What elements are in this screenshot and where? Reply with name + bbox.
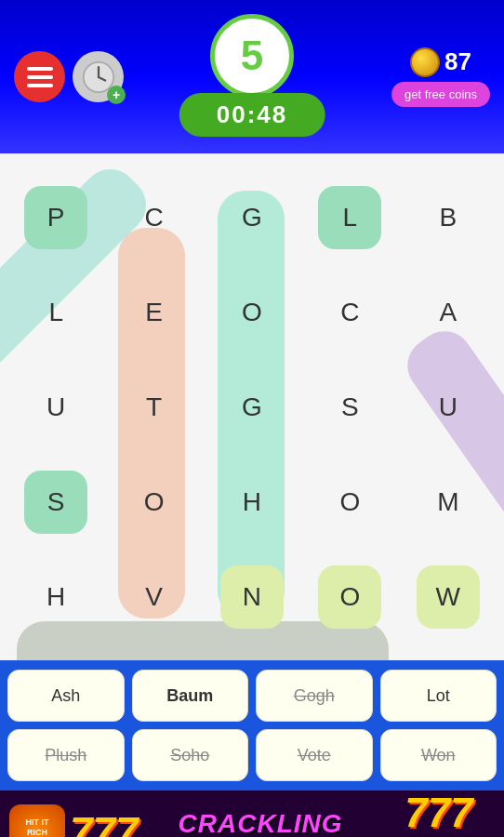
cell-u3b[interactable]: U xyxy=(402,362,495,452)
coins-value: 87 xyxy=(444,47,471,76)
cell-letter: L xyxy=(318,186,381,249)
word-label: Soho xyxy=(170,746,209,765)
get-coins-button[interactable]: get free coins xyxy=(391,82,490,107)
cell-letter: G xyxy=(220,376,284,439)
letter-grid: P C G L B L E O C A U xyxy=(0,153,504,660)
cell-o5[interactable]: O xyxy=(303,551,396,642)
cell-letter: T xyxy=(123,376,186,439)
cell-h4[interactable]: H xyxy=(206,457,298,547)
cell-letter: O xyxy=(123,471,186,534)
cell-h5[interactable]: H xyxy=(9,551,102,642)
cell-letter: H xyxy=(220,471,284,534)
header-left: + xyxy=(14,51,124,102)
cell-letter: W xyxy=(417,565,480,629)
add-time-button[interactable]: + xyxy=(73,51,124,102)
cell-v5[interactable]: V xyxy=(107,551,200,642)
level-number: 5 xyxy=(241,33,263,79)
cell-t3[interactable]: T xyxy=(107,362,200,452)
cell-letter: S xyxy=(24,471,87,534)
cell-m4[interactable]: M xyxy=(402,457,495,547)
ad-title: CRACKLING xyxy=(179,809,343,837)
coins-count: 87 xyxy=(410,47,471,77)
word-label: Won xyxy=(421,746,456,765)
cell-letter: O xyxy=(220,281,284,344)
cell-letter: M xyxy=(417,471,480,534)
menu-line xyxy=(27,84,53,87)
word-baum[interactable]: Baum xyxy=(132,670,249,722)
word-label: Ash xyxy=(51,686,80,706)
cell-o4[interactable]: O xyxy=(107,457,200,547)
word-label: Lot xyxy=(427,686,450,706)
timer-display: 00:48 xyxy=(179,93,325,137)
word-label: Gogh xyxy=(294,686,335,706)
cell-p1[interactable]: P xyxy=(9,172,102,262)
ad-left: HIT ITRICHSLOTS 777 xyxy=(9,804,138,837)
cell-letter: C xyxy=(123,186,186,249)
cell-o2[interactable]: O xyxy=(206,267,298,357)
cell-e2[interactable]: E xyxy=(107,267,200,357)
ad-middle: CRACKLING SEVENS xyxy=(179,809,343,837)
game-area: P C G L B L E O C A U xyxy=(0,153,504,660)
cell-g1[interactable]: G xyxy=(206,172,298,262)
word-label: Baum xyxy=(166,686,213,706)
cell-letter: S xyxy=(318,376,381,439)
cell-l2[interactable]: L xyxy=(9,267,102,357)
cell-letter: A xyxy=(417,281,480,344)
cell-letter: P xyxy=(24,186,87,249)
menu-button[interactable] xyxy=(14,51,65,102)
cell-letter: N xyxy=(220,565,284,629)
menu-line xyxy=(27,67,53,71)
cell-letter: G xyxy=(220,186,284,249)
ad-seven-left: 777 xyxy=(70,809,138,837)
cell-letter: H xyxy=(24,565,87,629)
word-ash[interactable]: Ash xyxy=(7,670,125,722)
cell-w5[interactable]: W xyxy=(402,551,495,642)
ad-seven-right: 777 xyxy=(405,790,472,836)
word-label: Vote xyxy=(298,746,331,765)
cell-letter: V xyxy=(123,565,186,629)
ad-banner[interactable]: HIT ITRICHSLOTS 777 CRACKLING SEVENS 777… xyxy=(0,790,504,837)
ad-logo: HIT ITRICHSLOTS xyxy=(9,804,65,837)
cell-g3[interactable]: G xyxy=(206,362,298,452)
header: + 5 87 get free coins 00:48 xyxy=(0,0,504,153)
ad-right: 777 PLAY NOW! xyxy=(383,790,495,837)
word-vote[interactable]: Vote xyxy=(256,729,373,781)
word-gogh[interactable]: Gogh xyxy=(256,670,373,722)
word-plush[interactable]: Plush xyxy=(7,729,125,781)
ad-logo-text: HIT ITRICHSLOTS xyxy=(23,817,51,837)
cell-letter: U xyxy=(24,376,87,439)
cell-c1[interactable]: C xyxy=(107,172,200,262)
cell-a2[interactable]: A xyxy=(402,267,495,357)
cell-u3[interactable]: U xyxy=(9,362,102,452)
cell-letter: E xyxy=(123,281,186,344)
level-circle: 5 xyxy=(210,14,294,98)
cell-b1[interactable]: B xyxy=(402,172,495,262)
cell-n5[interactable]: N xyxy=(206,551,298,642)
cell-s3[interactable]: S xyxy=(303,362,396,452)
cell-s4[interactable]: S xyxy=(9,457,102,547)
cell-letter: O xyxy=(318,471,381,534)
cell-l1[interactable]: L xyxy=(303,172,396,262)
words-area: Ash Baum Gogh Lot Plush Soho Vote Won xyxy=(0,660,504,790)
cell-o4b[interactable]: O xyxy=(303,457,396,547)
word-label: Plush xyxy=(45,746,86,765)
cell-letter: L xyxy=(24,281,87,344)
coin-icon xyxy=(410,47,440,77)
cell-letter: B xyxy=(417,186,480,249)
word-won[interactable]: Won xyxy=(380,729,497,781)
word-lot[interactable]: Lot xyxy=(380,670,497,722)
cell-letter: O xyxy=(318,565,381,629)
add-time-plus: + xyxy=(107,86,126,104)
coins-area: 87 get free coins xyxy=(391,47,490,107)
menu-line xyxy=(27,75,53,79)
cell-c2[interactable]: C xyxy=(303,267,396,357)
cell-letter: C xyxy=(318,281,381,344)
word-soho[interactable]: Soho xyxy=(132,729,249,781)
cell-letter: U xyxy=(417,376,480,439)
